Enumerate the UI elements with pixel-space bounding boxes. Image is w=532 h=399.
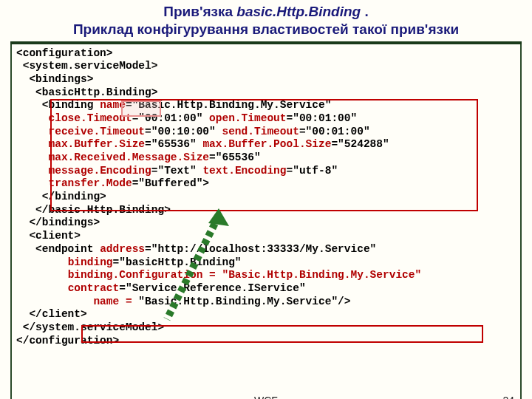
code-line: [16, 269, 68, 281]
attr: open.Timeout: [209, 112, 286, 124]
code-line: ="00:01:00": [132, 112, 209, 124]
code-line: </system.serviceModel>: [16, 321, 164, 333]
code-line: <bindings>: [16, 73, 93, 85]
code-line: <endpoint: [16, 243, 100, 255]
code-line: [16, 126, 49, 137]
code-line: ="65536": [209, 151, 261, 163]
code-line: ="65536": [145, 138, 202, 150]
code-line: [16, 138, 49, 150]
code-line: </configuration>: [16, 335, 119, 347]
code-line: ="00:01:00": [286, 112, 357, 124]
code-line: [16, 256, 68, 268]
code-line: ="Buffered">: [132, 177, 209, 189]
code-line: </basic.Http.Binding>: [16, 204, 171, 216]
attr: binding: [68, 256, 113, 268]
title-line1-em: basic.Http.Binding: [236, 4, 361, 19]
code-line: [16, 177, 49, 189]
attr: receive.Timeout: [49, 126, 146, 137]
attr: contract: [68, 282, 120, 294]
attr: max.Received.Message.Size: [49, 151, 210, 163]
code-line: [16, 165, 49, 177]
slide-title: Прив'язка basic.Http.Binding . Приклад к…: [0, 0, 532, 40]
attr: message.Encoding: [49, 165, 151, 177]
code-line: <client>: [16, 230, 81, 242]
title-line1-post: .: [361, 4, 369, 19]
attr: transfer.Mode: [49, 177, 132, 189]
code-line: </client>: [16, 308, 87, 320]
code-line: <configuration>: [16, 47, 113, 59]
attr: max.Buffer.Pool.Size: [202, 138, 331, 150]
code-block: <configuration> <system.serviceModel> <b…: [10, 44, 522, 400]
code-line: ="Basic.Http.Binding.My.Service": [126, 99, 331, 111]
code-line: [16, 296, 93, 307]
code-line: [16, 282, 68, 294]
title-line2: Приклад конфігурування властивостей тако…: [73, 21, 459, 37]
svg-marker-2: [208, 208, 229, 226]
attr: name: [100, 99, 126, 111]
footer-label: WCF: [0, 395, 532, 399]
code-line: <binding: [16, 99, 100, 111]
attr: send.Timeout: [222, 126, 299, 137]
code-line: <basicHttp.Binding>: [16, 86, 157, 98]
title-line1-pre: Прив'язка: [163, 4, 236, 19]
attr: name =: [93, 296, 138, 307]
code-line: ="http://localhost:33333/My.Service": [145, 243, 376, 255]
code-line: ="utf-8": [287, 165, 338, 177]
attr: binding.Configuration = "Basic.Http.Bind…: [68, 269, 422, 281]
page-number: 24: [502, 395, 514, 399]
code-line: "Basic.Http.Binding.My.Service"/>: [138, 296, 350, 307]
code-line: <system.serviceModel>: [16, 60, 157, 72]
code-line: </binding>: [16, 191, 106, 202]
attr: text.Encoding: [202, 165, 286, 177]
code-line: [16, 112, 49, 124]
code-line: [16, 151, 49, 163]
attr: close.Timeout: [49, 112, 132, 124]
code-line: ="524288": [331, 138, 389, 150]
code-line: ="00:01:00": [299, 126, 370, 137]
code-line: </bindings>: [16, 216, 100, 228]
attr: address: [100, 243, 145, 255]
attr: max.Buffer.Size: [49, 138, 146, 150]
code-line: ="Service.Reference.IService": [119, 282, 305, 294]
code-line: ="Text": [151, 165, 203, 177]
code-line: ="basicHttp.Binding": [113, 256, 242, 268]
code-line: ="00:10:00": [145, 126, 222, 137]
